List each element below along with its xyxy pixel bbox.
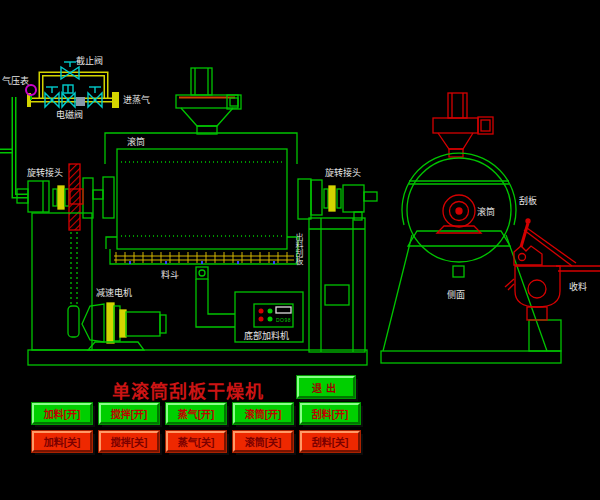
top-hopper <box>176 68 241 134</box>
rotary-joint-right <box>311 180 377 220</box>
solenoid-valve-label: 电磁阀 <box>56 109 83 120</box>
drive-wheel <box>69 164 80 230</box>
feed-off-button[interactable]: 加料[关] <box>32 431 92 452</box>
schematic-canvas: 气压表 截止阀 电磁阀 进蒸气 <box>0 0 600 375</box>
collect-label: 收料 <box>569 281 587 292</box>
drum-label: 滚筒 <box>127 136 145 147</box>
left-pedestal <box>32 213 92 350</box>
scraper-label: 刮板 <box>519 195 537 206</box>
page-title: 单滚筒刮板干燥机 <box>112 377 264 403</box>
hmi-screen: 气压表 截止阀 电磁阀 进蒸气 <box>0 0 600 500</box>
side-drum-label: 滚筒 <box>477 206 495 217</box>
pipe-flange <box>112 92 119 108</box>
side-hopper <box>433 93 493 157</box>
steam-on-button[interactable]: 蒸气[开] <box>166 403 226 424</box>
drum-on-button[interactable]: 滚筒[开] <box>233 403 293 424</box>
rotary-joint-left <box>17 177 114 218</box>
panel-code-label: DO98 <box>276 317 291 323</box>
right-pedestal <box>309 218 365 352</box>
dryer-side-view <box>381 93 600 363</box>
scrape-on-button[interactable]: 刮料[开] <box>300 403 360 424</box>
stir-on-button[interactable]: 搅拌[开] <box>99 403 159 424</box>
side-stand <box>381 235 561 363</box>
hand-valve-right-icon <box>88 87 102 107</box>
hand-valve-left-icon <box>45 87 59 107</box>
drum-hub <box>437 195 481 233</box>
discharge-vertical-label: 出料刮板 <box>294 233 302 265</box>
gear-motor <box>82 303 166 350</box>
solenoid-valve-icon <box>62 85 75 107</box>
button-row-off: 加料[关] 搅拌[关] 蒸气[关] 滚筒[关] 刮料[关] <box>32 431 367 452</box>
feed-on-button[interactable]: 加料[开] <box>32 403 92 424</box>
rotary-joint-left-label: 旋转接头 <box>27 167 63 178</box>
bottom-feeder-label: 底部加料机 <box>244 330 289 341</box>
steam-off-button[interactable]: 蒸气[关] <box>166 431 226 452</box>
gear-motor-label: 减速电机 <box>96 287 132 298</box>
scraper-mechanism <box>505 219 600 320</box>
stop-valve-label: 截止阀 <box>76 55 103 66</box>
side-face-label: 侧面 <box>447 289 465 300</box>
drum-off-button[interactable]: 滚筒[关] <box>233 431 293 452</box>
rotary-joint-right-label: 旋转接头 <box>325 167 361 178</box>
stir-off-button[interactable]: 搅拌[关] <box>99 431 159 452</box>
actuator-block <box>76 97 85 106</box>
button-row-on: 加料[开] 搅拌[开] 蒸气[开] 滚筒[开] 刮料[开] <box>32 403 367 424</box>
scrape-off-button[interactable]: 刮料[关] <box>300 431 360 452</box>
steam-inlet-label: 进蒸气 <box>123 94 150 105</box>
side-drum <box>402 153 516 277</box>
feed-rake <box>114 252 294 263</box>
chain-sprocket <box>68 306 79 337</box>
pressure-gauge-label: 气压表 <box>2 75 29 86</box>
exit-button[interactable]: 退出 <box>297 376 355 398</box>
drum-body <box>117 149 287 249</box>
hopper-label: 料斗 <box>161 269 179 280</box>
